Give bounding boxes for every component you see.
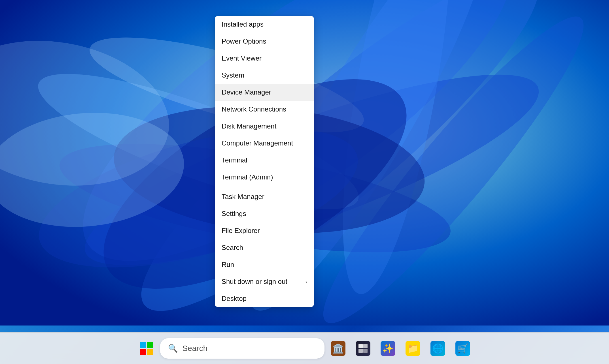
svg-rect-15	[140, 342, 146, 348]
menu-item-label-power-options: Power Options	[222, 37, 266, 45]
menu-item-device-manager[interactable]: Device Manager	[215, 84, 314, 101]
menu-item-label-settings: Settings	[222, 210, 246, 218]
menu-item-label-computer-management: Computer Management	[222, 139, 293, 147]
search-bar[interactable]: 🔍 Search	[160, 338, 324, 359]
taskbar-app-task-view[interactable]	[352, 337, 374, 360]
search-bar-label: Search	[183, 344, 208, 353]
menu-item-event-viewer[interactable]: Event Viewer	[215, 50, 314, 67]
taskbar: 🔍 Search 🏛️ ✨	[0, 332, 609, 364]
menu-item-label-system: System	[222, 71, 244, 79]
menu-item-label-device-manager: Device Manager	[222, 88, 271, 96]
menu-item-label-run: Run	[222, 261, 234, 269]
menu-item-search[interactable]: Search	[215, 239, 314, 256]
menu-item-label-network-connections: Network Connections	[222, 105, 286, 113]
menu-item-label-event-viewer: Event Viewer	[222, 54, 262, 62]
menu-item-installed-apps[interactable]: Installed apps	[215, 16, 314, 33]
menu-item-computer-management[interactable]: Computer Management	[215, 135, 314, 152]
task-view-icon	[358, 343, 368, 354]
svg-rect-21	[358, 349, 363, 353]
menu-item-label-search: Search	[222, 244, 243, 252]
start-button[interactable]	[135, 337, 158, 360]
menu-item-label-terminal: Terminal	[222, 156, 247, 164]
taskbar-center: 🔍 Search 🏛️ ✨	[135, 337, 474, 360]
menu-item-settings[interactable]: Settings	[215, 205, 314, 222]
menu-separator-after-terminal-admin	[215, 187, 314, 187]
context-menu: Installed appsPower OptionsEvent ViewerS…	[215, 16, 314, 307]
svg-rect-16	[147, 342, 153, 348]
menu-item-task-manager[interactable]: Task Manager	[215, 188, 314, 205]
svg-rect-20	[363, 344, 368, 348]
menu-item-label-desktop: Desktop	[222, 295, 247, 303]
desktop: Installed appsPower OptionsEvent ViewerS…	[0, 0, 609, 364]
menu-item-label-terminal-admin: Terminal (Admin)	[222, 173, 273, 181]
menu-item-label-task-manager: Task Manager	[222, 193, 264, 201]
menu-item-disk-management[interactable]: Disk Management	[215, 118, 314, 135]
taskbar-app-files[interactable]: 📁	[402, 337, 424, 360]
menu-item-power-options[interactable]: Power Options	[215, 33, 314, 50]
menu-item-label-file-explorer: File Explorer	[222, 227, 260, 235]
menu-item-desktop[interactable]: Desktop	[215, 290, 314, 307]
menu-item-run[interactable]: Run	[215, 256, 314, 273]
menu-item-network-connections[interactable]: Network Connections	[215, 101, 314, 118]
menu-item-label-disk-management: Disk Management	[222, 122, 276, 130]
menu-item-shut-down[interactable]: Shut down or sign out›	[215, 273, 314, 290]
menu-item-file-explorer[interactable]: File Explorer	[215, 222, 314, 239]
taskbar-app-store[interactable]: 🛒	[451, 337, 474, 360]
taskbar-app-explorer[interactable]: 🏛️	[327, 337, 349, 360]
menu-item-terminal-admin[interactable]: Terminal (Admin)	[215, 169, 314, 186]
menu-item-label-installed-apps: Installed apps	[222, 20, 264, 28]
taskbar-app-edge[interactable]: 🌐	[426, 337, 449, 360]
menu-item-label-shut-down: Shut down or sign out	[222, 278, 287, 286]
menu-item-system[interactable]: System	[215, 67, 314, 84]
svg-rect-22	[363, 349, 368, 353]
svg-rect-19	[358, 344, 363, 348]
windows-logo-icon	[139, 341, 154, 356]
search-icon: 🔍	[168, 344, 178, 353]
menu-item-terminal[interactable]: Terminal	[215, 152, 314, 169]
svg-rect-17	[140, 349, 146, 355]
taskbar-app-copilot[interactable]: ✨	[377, 337, 399, 360]
menu-item-arrow-shut-down: ›	[305, 279, 307, 285]
svg-rect-18	[147, 349, 153, 355]
